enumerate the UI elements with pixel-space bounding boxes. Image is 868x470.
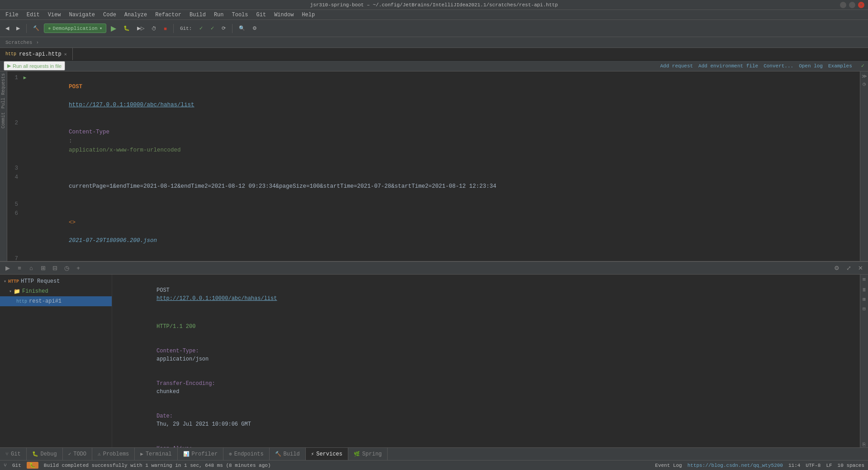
menu-view[interactable]: View bbox=[44, 11, 65, 19]
file-tab-close[interactable]: ✕ bbox=[64, 52, 67, 57]
convert-link[interactable]: Convert... bbox=[764, 63, 793, 69]
tree-label-http-request: HTTP Request bbox=[21, 278, 60, 285]
resp-icon-1[interactable]: ≡ bbox=[863, 276, 866, 283]
run-config-dropdown-icon: ▾ bbox=[100, 25, 103, 31]
panel-add-btn[interactable]: + bbox=[74, 264, 82, 272]
menu-edit[interactable]: Edit bbox=[23, 11, 43, 19]
bottom-tab-problems[interactable]: ⚠ Problems bbox=[92, 448, 135, 460]
run-btn[interactable]: ▶ bbox=[108, 23, 119, 34]
profile-btn[interactable]: ⏱ bbox=[149, 24, 159, 33]
build-tab-icon: 🔨 bbox=[275, 451, 281, 457]
open-log-link[interactable]: Open log bbox=[799, 63, 823, 69]
bottom-tab-profiler[interactable]: 📊 Profiler bbox=[178, 448, 224, 460]
bottom-tab-git[interactable]: ⑂ Git bbox=[0, 448, 27, 460]
git-check-btn[interactable]: ✓ bbox=[196, 24, 206, 33]
line-number-4: 4 bbox=[7, 173, 22, 182]
bottom-tab-spring[interactable]: 🌿 Spring bbox=[348, 448, 388, 460]
endpoints-tab-label: Endpoints bbox=[234, 451, 264, 457]
examples-link[interactable]: Examples bbox=[828, 63, 852, 69]
bottom-tab-build[interactable]: 🔨 Build bbox=[270, 448, 306, 460]
close-button[interactable]: ✕ bbox=[858, 2, 864, 8]
menu-analyze[interactable]: Analyze bbox=[121, 11, 151, 19]
right-sidebar-icon-1[interactable]: ≫ bbox=[862, 73, 867, 79]
panel-run-btn[interactable]: ▶ bbox=[4, 264, 12, 272]
menu-navigate[interactable]: Navigate bbox=[65, 11, 99, 19]
minimize-button[interactable]: – bbox=[840, 2, 846, 8]
menu-refactor[interactable]: Refactor bbox=[152, 11, 185, 19]
build-tab-label: Build bbox=[284, 451, 300, 457]
tree-item-finished[interactable]: ▾ 📁 Finished bbox=[0, 286, 112, 296]
toolbar-build-btn[interactable]: 🔨 bbox=[30, 24, 42, 33]
menu-git[interactable]: Git bbox=[253, 11, 270, 19]
resp-icon-3[interactable]: ⊞ bbox=[863, 296, 866, 302]
status-git-label[interactable]: Git bbox=[12, 463, 21, 468]
add-request-link[interactable]: Add request bbox=[660, 63, 693, 69]
panel-close-btn[interactable]: ✕ bbox=[856, 264, 864, 272]
code-content[interactable]: 1 ▶ POST http://127.0.0.1:10000/abc/haha… bbox=[7, 71, 860, 261]
toolbar-sep-1 bbox=[26, 24, 27, 33]
bottom-tab-todo[interactable]: ✓ TODO bbox=[63, 448, 92, 460]
panel-expand-icon-btn[interactable]: ⤢ bbox=[844, 264, 853, 272]
run-config-label: DemoApplication bbox=[53, 26, 98, 31]
menu-tools[interactable]: Tools bbox=[228, 11, 252, 19]
menu-help[interactable]: Help bbox=[298, 11, 318, 19]
menu-window[interactable]: Window bbox=[270, 11, 297, 19]
status-url[interactable]: https://blog.csdn.net/qq_wty5200 bbox=[688, 463, 783, 468]
status-debug-icon[interactable]: 🐛 bbox=[27, 462, 38, 469]
line-number-5: 5 bbox=[7, 200, 22, 209]
status-spaces[interactable]: 10 spaces bbox=[838, 463, 864, 468]
code-line-3: 3 bbox=[7, 164, 860, 173]
resp-icon-5[interactable]: ⎘ bbox=[863, 442, 866, 447]
response-panel[interactable]: POST http://127.0.0.1:10000/abc/hahas/li… bbox=[112, 275, 860, 447]
panel-settings-btn[interactable]: ⚙ bbox=[833, 264, 841, 272]
endpoints-tab-icon: ⊕ bbox=[229, 451, 232, 457]
coverage-btn[interactable]: ▶▷ bbox=[134, 24, 147, 33]
status-position[interactable]: 11:4 bbox=[788, 463, 800, 468]
pull-requests-label[interactable]: Pull Requests bbox=[0, 71, 7, 110]
panel-collapse-btn[interactable]: ⌂ bbox=[27, 264, 35, 272]
toolbar-forward-btn[interactable]: ▶ bbox=[14, 24, 23, 33]
commit-label[interactable]: Commit bbox=[0, 110, 7, 130]
tree-item-rest-api-1[interactable]: http rest-api#1 bbox=[0, 296, 112, 306]
debug-btn[interactable]: 🐛 bbox=[121, 24, 133, 33]
run-all-requests-btn[interactable]: ▶ Run all requests in file bbox=[4, 61, 65, 71]
menu-file[interactable]: File bbox=[2, 11, 22, 19]
toolbar-back-btn[interactable]: ◀ bbox=[3, 24, 12, 33]
bottom-tab-terminal[interactable]: ▶ Terminal bbox=[135, 448, 177, 460]
debug-tab-icon: 🐛 bbox=[32, 451, 38, 457]
settings-btn[interactable]: ⚙ bbox=[250, 24, 260, 33]
menu-run[interactable]: Run bbox=[210, 11, 228, 19]
bottom-tab-endpoints[interactable]: ⊕ Endpoints bbox=[223, 448, 269, 460]
git-more-btn[interactable]: ⟳ bbox=[219, 24, 228, 33]
scratches-label: Scratches bbox=[2, 40, 36, 45]
menu-code[interactable]: Code bbox=[100, 11, 120, 19]
search-everywhere-btn[interactable]: 🔍 bbox=[236, 24, 248, 33]
bottom-tab-services[interactable]: ⚡ Services bbox=[306, 448, 348, 460]
status-bar: ⑂ Git 🐛 Build completed successfully wit… bbox=[0, 460, 868, 470]
status-line-ending[interactable]: LF bbox=[826, 463, 832, 468]
status-encoding[interactable]: UTF-8 bbox=[806, 463, 821, 468]
resp-url[interactable]: http://127.0.0.1:10000/abc/hahas/list bbox=[157, 295, 277, 302]
resp-icon-2[interactable]: ≣ bbox=[863, 287, 866, 293]
todo-tab-icon: ✓ bbox=[68, 451, 71, 457]
resp-transfer-content: Transfer-Encoding: chunked bbox=[124, 371, 854, 404]
add-env-file-link[interactable]: Add environment file bbox=[698, 63, 758, 69]
http-url-1[interactable]: http://127.0.0.1:10000/abc/hahas/list bbox=[69, 102, 194, 108]
status-git-icon[interactable]: ⑂ bbox=[4, 463, 7, 468]
panel-filter-btn[interactable]: ⊟ bbox=[51, 264, 59, 272]
stop-btn[interactable]: ■ bbox=[161, 24, 170, 33]
fold-1[interactable]: ▶ bbox=[22, 73, 28, 82]
git-branch-btn[interactable]: ✓ bbox=[208, 24, 217, 33]
status-event-log[interactable]: Event Log bbox=[655, 463, 682, 468]
run-config-btn[interactable]: ● DemoApplication ▾ bbox=[44, 24, 106, 33]
panel-expand-btn[interactable]: ≡ bbox=[15, 264, 24, 272]
maximize-button[interactable]: □ bbox=[849, 2, 855, 8]
file-tab-rest-api[interactable]: http rest-api.http ✕ bbox=[0, 48, 73, 60]
menu-build[interactable]: Build bbox=[186, 11, 209, 19]
panel-history-btn[interactable]: ◷ bbox=[62, 264, 71, 272]
tree-item-http-request[interactable]: ▾ HTTP HTTP Request bbox=[0, 276, 112, 286]
panel-group-btn[interactable]: ⊞ bbox=[39, 264, 47, 272]
bottom-tab-debug[interactable]: 🐛 Debug bbox=[27, 448, 63, 460]
right-sidebar-icon-2[interactable]: ◷ bbox=[863, 81, 866, 87]
resp-icon-4[interactable]: ⊟ bbox=[863, 306, 866, 312]
